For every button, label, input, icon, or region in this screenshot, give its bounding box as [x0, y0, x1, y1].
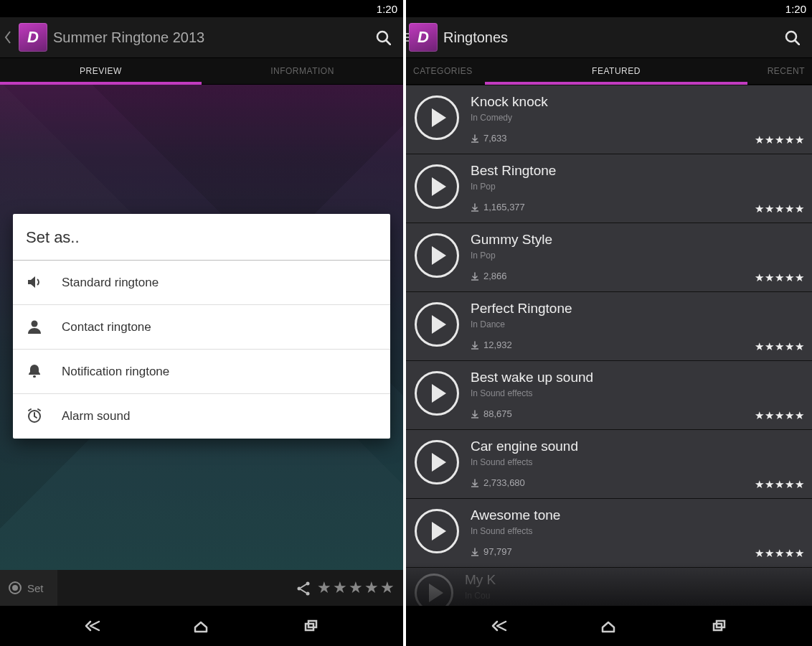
set-icon — [9, 581, 22, 594]
back-icon[interactable] — [3, 17, 13, 57]
ringtone-row[interactable]: Best Ringtone In Pop 1,165,377 ★★★★★ — [406, 154, 812, 223]
rating-stars: ★★★★★ — [755, 547, 805, 560]
ringtone-category: In Sound effects — [471, 457, 805, 467]
tabs: CATEGORIES FEATURED RECENT — [406, 57, 812, 85]
ringtone-row[interactable]: My K In Cou — [406, 567, 812, 606]
nav-recent-icon[interactable] — [294, 613, 329, 639]
set-label: Set — [27, 582, 44, 594]
drawer-icon[interactable] — [406, 32, 409, 42]
ringtone-info: Best Ringtone In Pop 1,165,377 — [459, 163, 805, 212]
detail-footer: Set ★★★★★ — [0, 570, 403, 606]
status-bar: 1:20 — [0, 0, 403, 17]
play-button[interactable] — [415, 164, 459, 209]
ringtone-info: Car engine sound In Sound effects 2,733,… — [459, 439, 805, 488]
alarm-icon — [24, 406, 46, 427]
ringtone-info: Best wake up sound In Sound effects 88,6… — [459, 370, 805, 419]
tab-categories[interactable]: CATEGORIES — [406, 58, 485, 84]
status-bar: 1:20 — [406, 0, 812, 17]
ringtone-row[interactable]: Awesome tone In Sound effects 97,797 ★★★… — [406, 498, 812, 568]
play-button[interactable] — [415, 95, 459, 140]
ringtone-title: Gummy Style — [471, 232, 805, 248]
system-navbar — [406, 606, 812, 646]
dialog-option-label: Standard ringtone — [62, 276, 159, 290]
status-time: 1:20 — [377, 3, 397, 15]
tab-information[interactable]: INFORMATION — [202, 58, 403, 84]
dialog-option[interactable]: Alarm sound — [13, 394, 390, 439]
ringtone-row[interactable]: Knock knock In Comedy 7,633 ★★★★★ — [406, 85, 812, 154]
dialog-option[interactable]: Standard ringtone — [13, 261, 390, 305]
tab-recent[interactable]: RECENT — [747, 58, 812, 84]
ringtone-info: Awesome tone In Sound effects 97,797 — [459, 507, 805, 557]
play-button[interactable] — [415, 371, 459, 416]
ringtone-row[interactable]: Best wake up sound In Sound effects 88,6… — [406, 360, 812, 430]
dialog-option-label: Contact ringtone — [62, 320, 151, 334]
play-button[interactable] — [415, 574, 453, 606]
nav-recent-icon[interactable] — [702, 613, 737, 639]
status-time: 1:20 — [785, 3, 806, 15]
ringtone-row[interactable]: Car engine sound In Sound effects 2,733,… — [406, 429, 812, 499]
ringtone-category: In Pop — [471, 182, 805, 192]
volume-icon — [24, 272, 46, 294]
rating-stars: ★★★★★ — [755, 340, 805, 353]
ringtone-category: In Sound effects — [471, 388, 805, 398]
ringtone-title: My K — [465, 572, 805, 588]
action-bar: D Ringtones — [406, 17, 812, 57]
search-button[interactable] — [369, 23, 397, 52]
action-bar: D Summer Ringtone 2013 — [0, 17, 403, 57]
rating-display[interactable]: ★★★★★ — [317, 579, 403, 597]
play-button[interactable] — [415, 302, 459, 347]
system-navbar — [0, 606, 403, 646]
ringtone-title: Knock knock — [471, 94, 805, 110]
ringtone-category: In Dance — [471, 319, 805, 329]
person-icon — [24, 317, 46, 338]
page-title: Ringtones — [443, 29, 772, 46]
ringtone-row[interactable]: Gummy Style In Pop 2,866 ★★★★★ — [406, 223, 812, 292]
ringtone-info: Perfect Ringtone In Dance 12,932 — [459, 301, 805, 350]
play-button[interactable] — [415, 233, 459, 278]
screen-list: 1:20 D Ringtones CATEGORIES FEATURED REC… — [406, 0, 812, 646]
page-title: Summer Ringtone 2013 — [53, 29, 363, 46]
ringtone-list[interactable]: Knock knock In Comedy 7,633 ★★★★★ Best R… — [406, 85, 812, 606]
screen-detail: 1:20 D Summer Ringtone 2013 PREVIEW INFO… — [0, 0, 406, 646]
rating-stars: ★★★★★ — [755, 271, 805, 284]
dialog-title: Set as.. — [13, 214, 390, 261]
app-logo-icon[interactable]: D — [409, 23, 438, 52]
bell-icon — [24, 361, 46, 383]
search-button[interactable] — [778, 23, 806, 52]
set-as-dialog: Set as.. Standard ringtone Contact ringt… — [13, 214, 390, 439]
dialog-option-label: Alarm sound — [62, 409, 130, 423]
ringtone-category: In Cou — [465, 591, 805, 601]
nav-back-icon[interactable] — [75, 613, 110, 639]
tab-preview[interactable]: PREVIEW — [0, 58, 202, 84]
play-button[interactable] — [415, 440, 459, 484]
share-button[interactable] — [288, 580, 317, 596]
set-button[interactable]: Set — [0, 570, 57, 606]
ringtone-title: Best Ringtone — [471, 163, 805, 179]
ringtone-info: Gummy Style In Pop 2,866 — [459, 232, 805, 281]
nav-home-icon[interactable] — [184, 613, 219, 639]
ringtone-info: Knock knock In Comedy 7,633 — [459, 94, 805, 144]
dialog-option[interactable]: Contact ringtone — [13, 305, 390, 350]
tabs: PREVIEW INFORMATION — [0, 57, 403, 85]
ringtone-title: Perfect Ringtone — [471, 301, 805, 317]
ringtone-title: Car engine sound — [471, 439, 805, 454]
ringtone-title: Awesome tone — [471, 507, 805, 523]
tab-featured[interactable]: FEATURED — [485, 58, 747, 84]
rating-stars: ★★★★★ — [755, 202, 805, 215]
play-button[interactable] — [415, 509, 459, 553]
app-logo-icon[interactable]: D — [19, 23, 47, 52]
ringtone-title: Best wake up sound — [471, 370, 805, 385]
nav-back-icon[interactable] — [482, 613, 516, 639]
dialog-option[interactable]: Notification ringtone — [13, 350, 390, 394]
ringtone-category: In Pop — [471, 251, 805, 261]
rating-stars: ★★★★★ — [755, 409, 805, 422]
ringtone-category: In Comedy — [471, 113, 805, 123]
rating-stars: ★★★★★ — [755, 134, 805, 146]
dialog-option-label: Notification ringtone — [62, 365, 169, 379]
ringtone-row[interactable]: Perfect Ringtone In Dance 12,932 ★★★★★ — [406, 291, 812, 361]
nav-home-icon[interactable] — [592, 613, 626, 639]
ringtone-category: In Sound effects — [471, 526, 805, 536]
preview-area: Set as.. Standard ringtone Contact ringt… — [0, 85, 403, 570]
rating-stars: ★★★★★ — [755, 478, 805, 491]
ringtone-info: My K In Cou — [453, 572, 805, 601]
